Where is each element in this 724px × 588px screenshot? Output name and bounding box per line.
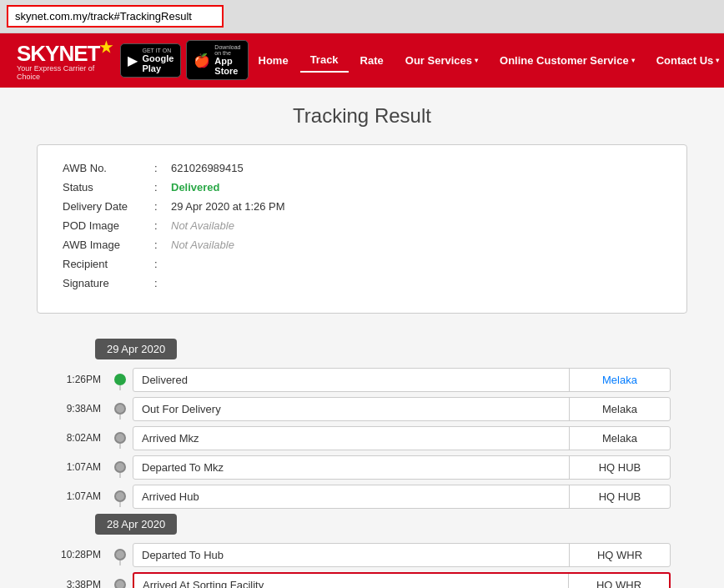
timeline-connector xyxy=(119,415,121,420)
page-title: Tracking Result xyxy=(37,104,687,128)
nav-track[interactable]: Track xyxy=(300,48,349,73)
timeline-dot-wrap xyxy=(108,461,133,473)
header-left: SKYNET★ Your Express Carrier of Choice ▶… xyxy=(17,40,249,81)
recipient-label: Recipient xyxy=(63,258,154,270)
info-row-recipient: Recipient : xyxy=(63,258,661,270)
timeline-dot-wrap xyxy=(108,579,133,588)
awb-label: AWB No. xyxy=(63,162,154,174)
event-description: Arrived At Sorting Facility xyxy=(134,574,569,588)
timeline-row: 1:07AMArrived HubHQ HUB xyxy=(53,485,671,509)
awb-image-label: AWB Image xyxy=(63,239,154,251)
event-box: Arrived MkzMelaka xyxy=(133,426,671,450)
event-time: 9:38AM xyxy=(53,403,108,415)
chevron-down-icon-3: ▾ xyxy=(716,57,719,64)
chevron-down-icon: ▾ xyxy=(475,57,478,64)
timeline-dot xyxy=(114,432,126,444)
event-box: Arrived HubHQ HUB xyxy=(133,485,671,509)
google-play-badge[interactable]: ▶ GET IT ON Google Play xyxy=(120,43,181,78)
timeline-dot-wrap xyxy=(108,403,133,415)
event-box: Departed To MkzHQ HUB xyxy=(133,455,671,480)
event-location: HQ HUB xyxy=(570,485,670,508)
event-time: 1:26PM xyxy=(53,374,108,385)
app-store-top-text: Download on the xyxy=(214,44,240,56)
chevron-down-icon-2: ▾ xyxy=(631,57,635,64)
info-row-delivery-date: Delivery Date : 29 Apr 2020 at 1:26 PM xyxy=(63,200,661,213)
timeline-row: 10:28PMDeparted To HubHQ WHR xyxy=(53,543,671,567)
timeline-dot xyxy=(114,461,126,473)
site-header: SKYNET★ Your Express Carrier of Choice ▶… xyxy=(0,33,724,88)
info-row-awb: AWB No. : 621026989415 xyxy=(63,162,661,174)
info-row-pod: POD Image : Not Available xyxy=(63,219,661,232)
timeline-dot xyxy=(114,579,126,588)
event-location: Melaka xyxy=(570,369,670,391)
logo-text: SKYNET★ xyxy=(17,40,112,64)
timeline-connector xyxy=(119,385,121,390)
event-description: Arrived Mkz xyxy=(133,427,570,450)
status-label: Status xyxy=(63,181,154,193)
timeline-dot-wrap xyxy=(108,549,133,560)
timeline-connector xyxy=(119,502,121,507)
awb-value: 621026989415 xyxy=(171,162,244,174)
timeline-connector xyxy=(119,473,121,478)
apple-icon: 🍎 xyxy=(194,53,210,68)
status-value: Delivered xyxy=(171,181,220,193)
date-badge-1: 28 Apr 2020 xyxy=(95,514,177,535)
delivery-date-label: Delivery Date xyxy=(63,200,154,213)
logo[interactable]: SKYNET★ Your Express Carrier of Choice xyxy=(17,40,112,81)
info-row-status: Status : Delivered xyxy=(63,181,661,193)
info-row-signature: Signature : xyxy=(63,277,661,289)
timeline-dot xyxy=(114,549,126,560)
event-box: Out For DeliveryMelaka xyxy=(133,397,671,421)
address-bar[interactable] xyxy=(7,5,224,28)
timeline-row: 1:07AMDeparted To MkzHQ HUB xyxy=(53,455,671,480)
timeline-dot-wrap xyxy=(108,490,133,502)
event-description: Arrived Hub xyxy=(133,485,570,508)
timeline-connector xyxy=(119,560,121,565)
event-time: 1:07AM xyxy=(53,461,108,473)
timeline: 29 Apr 20201:26PMDeliveredMelaka9:38AMOu… xyxy=(37,339,687,588)
event-time: 3:38PM xyxy=(53,579,108,588)
event-box: DeliveredMelaka xyxy=(133,368,671,392)
app-store-badge[interactable]: 🍎 Download on the App Store xyxy=(186,40,248,80)
date-badge-0: 29 Apr 2020 xyxy=(95,339,177,359)
timeline-row: 9:38AMOut For DeliveryMelaka xyxy=(53,397,671,421)
event-time: 10:28PM xyxy=(53,549,108,560)
event-box: Departed To HubHQ WHR xyxy=(133,543,671,567)
nav-online-customer-service[interactable]: Online Customer Service ▾ xyxy=(490,49,645,72)
event-description: Departed To Hub xyxy=(133,544,570,566)
event-box: Arrived At Sorting FacilityHQ WHR xyxy=(133,572,671,588)
browser-chrome xyxy=(0,0,724,33)
timeline-dot xyxy=(114,374,126,385)
nav-contact-us[interactable]: Contact Us ▾ xyxy=(646,49,724,72)
timeline-dot xyxy=(114,490,126,502)
signature-label: Signature xyxy=(63,277,154,289)
app-store-main-text: App Store xyxy=(214,56,240,76)
info-row-awb-image: AWB Image : Not Available xyxy=(63,239,661,251)
event-time: 8:02AM xyxy=(53,432,108,444)
pod-value: Not Available xyxy=(171,219,234,232)
tracking-info-box: AWB No. : 621026989415 Status : Delivere… xyxy=(37,144,687,314)
event-location: HQ HUB xyxy=(570,456,670,479)
event-time: 1:07AM xyxy=(53,490,108,502)
main-nav: Home Track Rate Our Services ▾ Online Cu… xyxy=(249,48,725,73)
event-description: Delivered xyxy=(133,369,570,391)
nav-our-services[interactable]: Our Services ▾ xyxy=(395,49,488,72)
timeline-connector xyxy=(119,444,121,449)
timeline-dot-wrap xyxy=(108,432,133,444)
event-location: HQ WHR xyxy=(570,544,670,566)
timeline-row: 8:02AMArrived MkzMelaka xyxy=(53,426,671,450)
delivery-date-value: 29 Apr 2020 at 1:26 PM xyxy=(171,200,285,213)
main-content: Tracking Result AWB No. : 621026989415 S… xyxy=(20,88,704,588)
timeline-row: 1:26PMDeliveredMelaka xyxy=(53,368,671,392)
event-description: Out For Delivery xyxy=(133,398,570,420)
event-location: HQ WHR xyxy=(569,574,669,588)
timeline-dot xyxy=(114,403,126,415)
store-badges: ▶ GET IT ON Google Play 🍎 Download on th… xyxy=(120,40,248,80)
nav-rate[interactable]: Rate xyxy=(350,49,394,72)
nav-home[interactable]: Home xyxy=(249,49,299,72)
pod-label: POD Image xyxy=(63,219,154,232)
google-play-top-text: GET IT ON xyxy=(142,48,173,53)
google-play-icon: ▶ xyxy=(128,53,138,68)
event-description: Departed To Mkz xyxy=(133,456,570,479)
google-play-main-text: Google Play xyxy=(142,53,173,73)
